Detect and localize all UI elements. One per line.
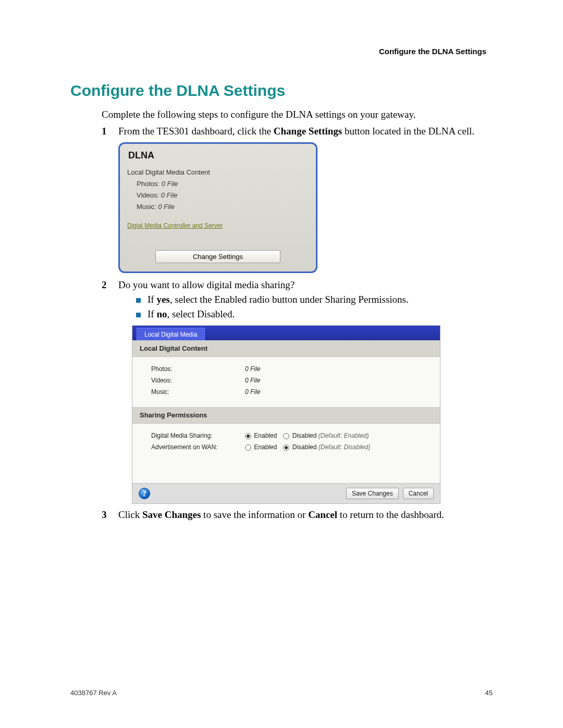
- step-3-c: to save the information or: [201, 509, 308, 520]
- dlna-card-title: DLNA: [128, 150, 309, 161]
- perm-wan-disabled-cell: Disabled (Default: Disabled): [280, 441, 373, 453]
- footer-doc-id: 4038767 Rev A: [70, 689, 117, 697]
- step-3-d: Cancel: [308, 509, 337, 520]
- cancel-button[interactable]: Cancel: [403, 488, 434, 499]
- perm-dms-default: (Default: Enabled): [319, 432, 369, 439]
- settings-panel: Local Digital Media Local Digital Conten…: [132, 325, 440, 504]
- dlna-music-label: Music:: [137, 203, 156, 211]
- step-2-no-b: no: [156, 309, 167, 319]
- dlna-card-subtitle: Local Digital Media Content: [127, 168, 309, 176]
- change-settings-button[interactable]: Change Settings: [155, 250, 280, 263]
- perm-wan-default: (Default: Disabled): [319, 443, 370, 451]
- content-music-value: 0 File: [242, 386, 304, 398]
- step-3: Click Save Changes to save the informati…: [102, 509, 493, 521]
- step-2-yes: If yes, select the Enabled radio button …: [136, 294, 493, 305]
- step-2: Do you want to allow digital media shari…: [102, 279, 493, 504]
- step-2-yes-a: If: [148, 294, 156, 305]
- save-changes-button[interactable]: Save Changes: [346, 488, 399, 499]
- step-2-yes-b: yes: [156, 294, 169, 305]
- step-2-text: Do you want to allow digital media shari…: [118, 279, 295, 290]
- table-row: Music: 0 File: [148, 386, 304, 398]
- radio-wan-disabled[interactable]: [283, 445, 289, 451]
- step-3-a: Click: [118, 509, 142, 520]
- help-icon[interactable]: ?: [139, 488, 150, 499]
- intro-text: Complete the following steps to configur…: [102, 109, 493, 120]
- content-videos-label: Videos:: [148, 375, 242, 386]
- dlna-music-value: 0 File: [158, 203, 175, 211]
- panel-footer: ? Save Changes Cancel: [132, 483, 440, 503]
- step-1-bold: Change Settings: [274, 126, 342, 137]
- running-header: Configure the DLNA Settings: [70, 47, 486, 56]
- perm-disabled-label-2: Disabled: [292, 443, 317, 451]
- page-title: Configure the DLNA Settings: [70, 82, 493, 100]
- dlna-photos-row: Photos: 0 File: [137, 178, 309, 190]
- perm-dms-enabled-cell: Enabled: [242, 430, 280, 441]
- permissions-table: Digital Media Sharing: Enabled Disabled …: [148, 430, 373, 453]
- footer-page-number: 45: [485, 689, 493, 697]
- perm-enabled-label-2: Enabled: [254, 443, 277, 451]
- table-row: Digital Media Sharing: Enabled Disabled …: [148, 430, 373, 441]
- content-table: Photos: 0 File Videos: 0 File Music: 0 F…: [148, 363, 304, 398]
- content-videos-value: 0 File: [242, 375, 304, 386]
- perm-dms-disabled-cell: Disabled (Default: Enabled): [280, 430, 373, 441]
- radio-dms-enabled[interactable]: [245, 433, 251, 439]
- content-photos-value: 0 File: [242, 363, 304, 375]
- radio-dms-disabled[interactable]: [283, 433, 289, 439]
- perm-wan-enabled-cell: Enabled: [242, 441, 280, 453]
- dlna-photos-value: 0 File: [162, 180, 178, 188]
- dlna-photos-label: Photos:: [137, 180, 160, 188]
- section-local-digital-content: Local Digital Content: [132, 340, 440, 357]
- step-1-text-c: button located in the DLNA cell.: [342, 126, 474, 137]
- step-3-b: Save Changes: [142, 509, 201, 520]
- table-row: Advertisement on WAN: Enabled Disabled (…: [148, 441, 373, 453]
- dlna-controller-link[interactable]: Digial Media Controller and Server: [127, 222, 309, 229]
- step-1-text-a: From the TES301 dashboard, click the: [118, 126, 274, 137]
- step-1: From the TES301 dashboard, click the Cha…: [102, 126, 493, 273]
- table-row: Videos: 0 File: [148, 375, 304, 386]
- tab-local-digital-media[interactable]: Local Digital Media: [137, 328, 205, 340]
- content-music-label: Music:: [148, 386, 242, 398]
- section-sharing-permissions: Sharing Permissions: [132, 407, 440, 424]
- step-2-no: If no, select Disabled.: [136, 309, 493, 320]
- panel-bluebar: Local Digital Media: [132, 326, 440, 340]
- step-2-no-a: If: [148, 309, 156, 319]
- perm-dms-label: Digital Media Sharing:: [148, 430, 242, 441]
- content-photos-label: Photos:: [148, 363, 242, 375]
- perm-enabled-label: Enabled: [254, 432, 277, 439]
- step-2-yes-c: , select the Enabled radio button under …: [170, 294, 409, 305]
- dlna-videos-row: Videos: 0 File: [137, 190, 309, 201]
- step-3-e: to return to the dashboard.: [337, 509, 444, 520]
- perm-wan-label: Advertisement on WAN:: [148, 441, 242, 453]
- step-2-no-c: , select Disabled.: [167, 309, 235, 319]
- dlna-videos-value: 0 File: [161, 191, 178, 199]
- dlna-videos-label: Videos:: [137, 191, 159, 199]
- table-row: Photos: 0 File: [148, 363, 304, 375]
- dlna-music-row: Music: 0 File: [137, 201, 309, 213]
- perm-disabled-label: Disabled: [292, 432, 317, 439]
- radio-wan-enabled[interactable]: [245, 445, 251, 451]
- dlna-card: DLNA Local Digital Media Content Photos:…: [118, 142, 317, 273]
